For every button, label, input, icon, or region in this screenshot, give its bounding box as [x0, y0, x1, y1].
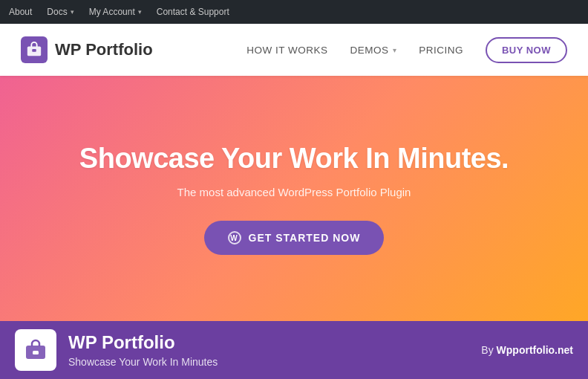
chevron-down-icon: ▾: [393, 46, 397, 54]
svg-rect-3: [33, 351, 39, 354]
svg-rect-1: [32, 49, 36, 52]
hero-section: Showcase Your Work In Minutes. The most …: [0, 76, 588, 321]
chevron-down-icon: ▾: [138, 8, 142, 16]
admin-bar-about[interactable]: About: [9, 7, 32, 17]
hero-title: Showcase Your Work In Minutes.: [79, 142, 509, 176]
plugin-author: By Wpportfolio.net: [481, 344, 573, 356]
hero-subtitle: The most advanced WordPress Portfolio Pl…: [177, 186, 411, 198]
plugin-title: WP Portfolio: [68, 332, 469, 353]
buy-now-button[interactable]: BUY NOW: [486, 37, 567, 63]
nav-demos[interactable]: DEMOS ▾: [350, 45, 397, 56]
admin-bar-docs[interactable]: Docs ▾: [47, 7, 74, 17]
plugin-info: WP Portfolio Showcase Your Work In Minut…: [68, 332, 469, 368]
wordpress-icon: W: [228, 231, 241, 244]
plugin-icon-box: [15, 329, 56, 371]
briefcase-icon: [24, 338, 48, 362]
author-link[interactable]: Wpportfolio.net: [497, 344, 573, 356]
main-nav: WP Portfolio HOW IT WORKS DEMOS ▾ PRICIN…: [0, 24, 588, 76]
admin-bar-contact[interactable]: Contact & Support: [157, 7, 229, 17]
nav-pricing[interactable]: PRICING: [419, 45, 463, 56]
get-started-button[interactable]: W GET STARTED NOW: [204, 221, 385, 255]
nav-links: HOW IT WORKS DEMOS ▾ PRICING BUY NOW: [246, 37, 567, 63]
info-strip: WP Portfolio Showcase Your Work In Minut…: [0, 321, 588, 379]
logo[interactable]: WP Portfolio: [21, 36, 153, 63]
admin-bar-my-account[interactable]: My Account ▾: [89, 7, 142, 17]
logo-icon: [21, 36, 48, 63]
logo-text: WP Portfolio: [55, 40, 153, 59]
admin-bar: About Docs ▾ My Account ▾ Contact & Supp…: [0, 0, 588, 24]
nav-how-it-works[interactable]: HOW IT WORKS: [246, 45, 327, 56]
plugin-description: Showcase Your Work In Minutes: [68, 356, 469, 368]
chevron-down-icon: ▾: [71, 8, 74, 16]
